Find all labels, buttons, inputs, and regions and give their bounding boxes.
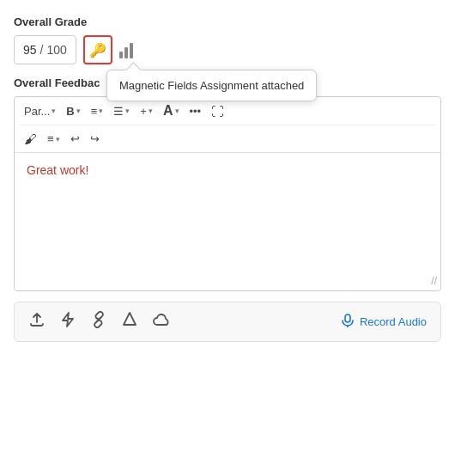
lightning-icon[interactable] (59, 311, 76, 333)
tooltip: Magnetic Fields Assignment attached (106, 70, 317, 101)
bold-button[interactable]: B ▾ (62, 102, 84, 120)
paragraph-dropdown[interactable]: Par... ▾ (20, 102, 60, 120)
list-button[interactable]: ☰ ▾ (109, 102, 134, 120)
undo-button[interactable]: ↩ (66, 130, 84, 148)
microphone-icon (341, 314, 355, 331)
grade-separator: / (40, 43, 44, 57)
drive-icon[interactable] (121, 311, 138, 333)
toolbar-row-1: Par... ▾ B ▾ ≡ ▾ ☰ ▾ + ▾ A ▾ (20, 101, 435, 121)
editor-toolbar: Par... ▾ B ▾ ≡ ▾ ☰ ▾ + ▾ A ▾ (15, 97, 440, 153)
cloud-icon[interactable] (152, 311, 171, 333)
link-icon[interactable] (90, 311, 107, 333)
numbered-list-button[interactable]: ≡ ▾ (43, 130, 64, 148)
svg-rect-1 (345, 314, 350, 322)
grade-value: 95 (23, 43, 37, 57)
bar-chart-icon[interactable] (119, 41, 133, 58)
footer-icons (28, 311, 171, 333)
toolbar-row-2: 🖌 ≡ ▾ ↩ ↪ (20, 125, 435, 149)
upload-icon[interactable] (28, 311, 46, 333)
redo-button[interactable]: ↪ (86, 130, 104, 148)
editor-footer: Record Audio (14, 302, 441, 342)
tooltip-text: Magnetic Fields Assignment attached (119, 79, 304, 92)
overall-grade-label: Overall Grade (14, 15, 441, 28)
resize-handle: // (431, 275, 437, 287)
paint-format-button[interactable]: 🖌 (20, 129, 41, 149)
insert-button[interactable]: + ▾ (136, 102, 157, 120)
key-icon: 🔑 (89, 42, 106, 58)
record-audio-button[interactable]: Record Audio (341, 314, 427, 331)
fullscreen-button[interactable]: ⛶ (207, 101, 228, 121)
editor-text: Great work! (27, 163, 88, 177)
font-size-button[interactable]: A ▾ (159, 101, 184, 121)
key-button[interactable]: 🔑 (83, 35, 112, 64)
editor-content-area[interactable]: Great work! // (15, 153, 440, 290)
more-button[interactable]: ••• (185, 102, 206, 120)
grade-row: 95 / 100 🔑 Magnetic Fields Assignment at… (14, 35, 441, 64)
align-button[interactable]: ≡ ▾ (87, 102, 108, 120)
grade-total: 100 (46, 43, 66, 57)
editor-container: Par... ▾ B ▾ ≡ ▾ ☰ ▾ + ▾ A ▾ (14, 96, 441, 291)
record-audio-label: Record Audio (360, 315, 427, 328)
overall-grade-section: Overall Grade 95 / 100 🔑 Magnetic Fields… (14, 15, 441, 64)
grade-input[interactable]: 95 / 100 (14, 35, 76, 64)
